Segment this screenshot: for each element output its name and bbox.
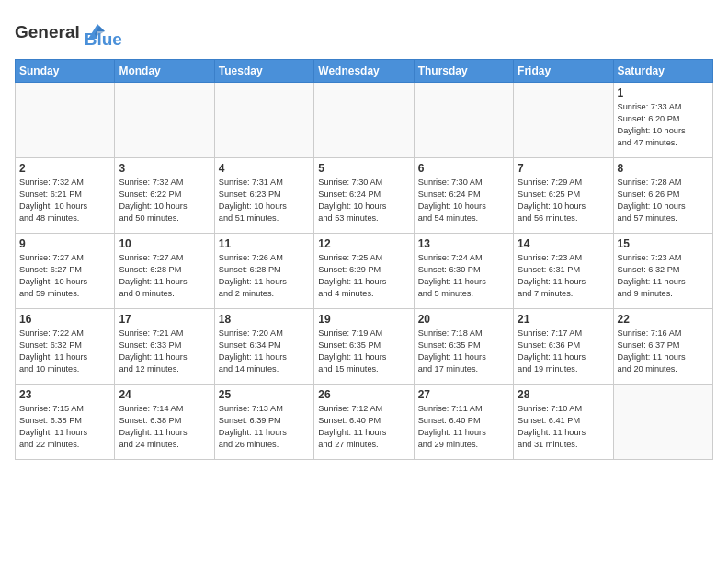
calendar-header-row: SundayMondayTuesdayWednesdayThursdayFrid… xyxy=(16,60,713,83)
day-info: Sunrise: 7:10 AM Sunset: 6:41 PM Dayligh… xyxy=(518,403,609,451)
weekday-header: Tuesday xyxy=(214,60,313,83)
calendar-cell: 27Sunrise: 7:11 AM Sunset: 6:40 PM Dayli… xyxy=(414,385,513,460)
day-info: Sunrise: 7:15 AM Sunset: 6:38 PM Dayligh… xyxy=(19,403,110,451)
calendar-cell xyxy=(115,83,214,158)
day-number: 2 xyxy=(19,162,110,175)
day-number: 3 xyxy=(119,162,210,175)
calendar-cell: 17Sunrise: 7:21 AM Sunset: 6:33 PM Dayli… xyxy=(115,309,214,385)
calendar-cell: 1Sunrise: 7:33 AM Sunset: 6:20 PM Daylig… xyxy=(613,83,712,158)
day-info: Sunrise: 7:23 AM Sunset: 6:31 PM Dayligh… xyxy=(518,252,609,300)
weekday-header: Monday xyxy=(115,60,214,83)
day-number: 12 xyxy=(318,237,409,250)
calendar-cell: 19Sunrise: 7:19 AM Sunset: 6:35 PM Dayli… xyxy=(314,309,414,385)
calendar-cell: 4Sunrise: 7:31 AM Sunset: 6:23 PM Daylig… xyxy=(214,158,313,234)
day-number: 20 xyxy=(418,313,509,326)
day-info: Sunrise: 7:13 AM Sunset: 6:39 PM Dayligh… xyxy=(219,403,310,451)
day-info: Sunrise: 7:17 AM Sunset: 6:36 PM Dayligh… xyxy=(518,327,609,375)
day-info: Sunrise: 7:24 AM Sunset: 6:30 PM Dayligh… xyxy=(418,252,509,300)
calendar-week-row: 1Sunrise: 7:33 AM Sunset: 6:20 PM Daylig… xyxy=(16,83,713,158)
calendar-week-row: 16Sunrise: 7:22 AM Sunset: 6:32 PM Dayli… xyxy=(16,309,713,385)
calendar-cell xyxy=(214,83,313,158)
header: General Blue xyxy=(15,15,713,50)
day-info: Sunrise: 7:26 AM Sunset: 6:28 PM Dayligh… xyxy=(219,252,310,300)
day-info: Sunrise: 7:29 AM Sunset: 6:25 PM Dayligh… xyxy=(518,177,609,224)
day-info: Sunrise: 7:28 AM Sunset: 6:26 PM Dayligh… xyxy=(618,177,709,224)
calendar-cell: 14Sunrise: 7:23 AM Sunset: 6:31 PM Dayli… xyxy=(514,234,613,309)
day-number: 13 xyxy=(418,237,509,250)
logo: General Blue xyxy=(15,15,122,50)
day-info: Sunrise: 7:23 AM Sunset: 6:32 PM Dayligh… xyxy=(618,252,709,300)
day-number: 19 xyxy=(318,313,409,326)
calendar-cell: 3Sunrise: 7:32 AM Sunset: 6:22 PM Daylig… xyxy=(115,158,214,234)
day-info: Sunrise: 7:32 AM Sunset: 6:22 PM Dayligh… xyxy=(119,177,210,224)
calendar-cell: 10Sunrise: 7:27 AM Sunset: 6:28 PM Dayli… xyxy=(115,234,214,309)
day-info: Sunrise: 7:32 AM Sunset: 6:21 PM Dayligh… xyxy=(19,177,110,224)
calendar-cell: 12Sunrise: 7:25 AM Sunset: 6:29 PM Dayli… xyxy=(314,234,414,309)
calendar-cell xyxy=(414,83,513,158)
day-number: 27 xyxy=(418,388,509,401)
calendar-week-row: 9Sunrise: 7:27 AM Sunset: 6:27 PM Daylig… xyxy=(16,234,713,309)
calendar-cell: 9Sunrise: 7:27 AM Sunset: 6:27 PM Daylig… xyxy=(16,234,115,309)
calendar-cell xyxy=(613,385,712,460)
calendar-cell: 15Sunrise: 7:23 AM Sunset: 6:32 PM Dayli… xyxy=(613,234,712,309)
day-info: Sunrise: 7:18 AM Sunset: 6:35 PM Dayligh… xyxy=(418,327,509,375)
day-number: 7 xyxy=(518,162,609,175)
day-number: 5 xyxy=(318,162,409,175)
day-number: 24 xyxy=(119,388,210,401)
calendar-cell: 7Sunrise: 7:29 AM Sunset: 6:25 PM Daylig… xyxy=(514,158,613,234)
day-number: 17 xyxy=(119,313,210,326)
logo-blue: Blue xyxy=(85,13,122,50)
day-number: 25 xyxy=(219,388,310,401)
day-number: 16 xyxy=(19,313,110,326)
day-number: 4 xyxy=(219,162,310,175)
day-info: Sunrise: 7:14 AM Sunset: 6:38 PM Dayligh… xyxy=(119,403,210,451)
weekday-header: Friday xyxy=(514,60,613,83)
day-info: Sunrise: 7:22 AM Sunset: 6:32 PM Dayligh… xyxy=(19,327,110,375)
calendar-cell xyxy=(314,83,414,158)
day-info: Sunrise: 7:12 AM Sunset: 6:40 PM Dayligh… xyxy=(318,403,409,451)
day-number: 11 xyxy=(219,237,310,250)
day-info: Sunrise: 7:20 AM Sunset: 6:34 PM Dayligh… xyxy=(219,327,310,375)
calendar-table: SundayMondayTuesdayWednesdayThursdayFrid… xyxy=(15,59,713,460)
day-info: Sunrise: 7:27 AM Sunset: 6:28 PM Dayligh… xyxy=(119,252,210,300)
calendar-cell xyxy=(16,83,115,158)
calendar-cell xyxy=(514,83,613,158)
weekday-header: Sunday xyxy=(16,60,115,83)
weekday-header: Thursday xyxy=(414,60,513,83)
day-number: 10 xyxy=(119,237,210,250)
calendar-week-row: 23Sunrise: 7:15 AM Sunset: 6:38 PM Dayli… xyxy=(16,385,713,460)
day-number: 15 xyxy=(618,237,709,250)
day-number: 14 xyxy=(518,237,609,250)
calendar-cell: 2Sunrise: 7:32 AM Sunset: 6:21 PM Daylig… xyxy=(16,158,115,234)
day-number: 26 xyxy=(318,388,409,401)
calendar-cell: 22Sunrise: 7:16 AM Sunset: 6:37 PM Dayli… xyxy=(613,309,712,385)
day-number: 1 xyxy=(618,86,709,99)
calendar-cell: 26Sunrise: 7:12 AM Sunset: 6:40 PM Dayli… xyxy=(314,385,414,460)
day-info: Sunrise: 7:21 AM Sunset: 6:33 PM Dayligh… xyxy=(119,327,210,375)
calendar-cell: 13Sunrise: 7:24 AM Sunset: 6:30 PM Dayli… xyxy=(414,234,513,309)
day-number: 22 xyxy=(618,313,709,326)
calendar-cell: 16Sunrise: 7:22 AM Sunset: 6:32 PM Dayli… xyxy=(16,309,115,385)
day-info: Sunrise: 7:16 AM Sunset: 6:37 PM Dayligh… xyxy=(618,327,709,375)
calendar-cell: 25Sunrise: 7:13 AM Sunset: 6:39 PM Dayli… xyxy=(214,385,313,460)
calendar-cell: 24Sunrise: 7:14 AM Sunset: 6:38 PM Dayli… xyxy=(115,385,214,460)
calendar-cell: 23Sunrise: 7:15 AM Sunset: 6:38 PM Dayli… xyxy=(16,385,115,460)
calendar-cell: 28Sunrise: 7:10 AM Sunset: 6:41 PM Dayli… xyxy=(514,385,613,460)
day-number: 9 xyxy=(19,237,110,250)
calendar-cell: 6Sunrise: 7:30 AM Sunset: 6:24 PM Daylig… xyxy=(414,158,513,234)
day-info: Sunrise: 7:27 AM Sunset: 6:27 PM Dayligh… xyxy=(19,252,110,300)
page: General Blue SundayMondayTuesdayWednesda… xyxy=(0,0,728,563)
day-info: Sunrise: 7:25 AM Sunset: 6:29 PM Dayligh… xyxy=(318,252,409,300)
day-info: Sunrise: 7:30 AM Sunset: 6:24 PM Dayligh… xyxy=(318,177,409,224)
day-number: 23 xyxy=(19,388,110,401)
weekday-header: Saturday xyxy=(613,60,712,83)
day-number: 6 xyxy=(418,162,509,175)
day-info: Sunrise: 7:33 AM Sunset: 6:20 PM Dayligh… xyxy=(618,101,709,149)
day-info: Sunrise: 7:31 AM Sunset: 6:23 PM Dayligh… xyxy=(219,177,310,224)
calendar-cell: 20Sunrise: 7:18 AM Sunset: 6:35 PM Dayli… xyxy=(414,309,513,385)
day-number: 28 xyxy=(518,388,609,401)
calendar-cell: 5Sunrise: 7:30 AM Sunset: 6:24 PM Daylig… xyxy=(314,158,414,234)
calendar-cell: 11Sunrise: 7:26 AM Sunset: 6:28 PM Dayli… xyxy=(214,234,313,309)
calendar-cell: 21Sunrise: 7:17 AM Sunset: 6:36 PM Dayli… xyxy=(514,309,613,385)
day-info: Sunrise: 7:30 AM Sunset: 6:24 PM Dayligh… xyxy=(418,177,509,224)
